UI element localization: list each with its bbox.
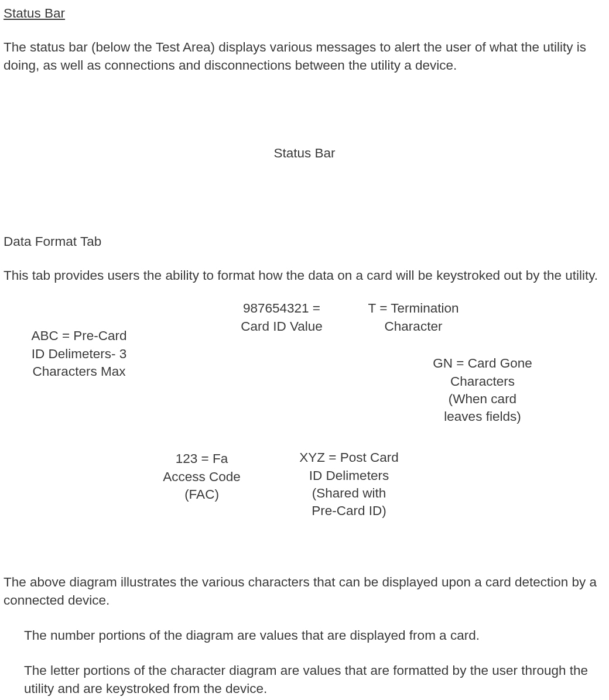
- callout-line: Characters Max: [20, 363, 138, 380]
- callout-line: (Shared with: [290, 485, 408, 502]
- callout-post-card-id-delimiters: XYZ = Post Card ID Delimeters (Shared wi…: [290, 449, 408, 520]
- callout-line: (When card: [424, 390, 541, 408]
- callout-line: Pre-Card ID): [290, 502, 408, 520]
- callout-line: Characters: [424, 373, 541, 390]
- callout-facility-access-code: 123 = Fa Access Code (FAC): [159, 450, 244, 503]
- callout-line: 123 = Fa: [159, 450, 244, 468]
- diagram-explanation: The above diagram illustrates the variou…: [4, 574, 605, 609]
- callout-line: XYZ = Post Card: [290, 449, 408, 466]
- callout-line: 987654321 =: [229, 300, 334, 317]
- callout-line: Card ID Value: [229, 318, 334, 335]
- status-bar-center-label: Status Bar: [4, 145, 605, 162]
- character-diagram: ABC = Pre-Card ID Delimeters- 3 Characte…: [4, 301, 605, 553]
- callout-card-id-value: 987654321 = Card ID Value: [229, 300, 334, 335]
- callout-line: ID Delimeters- 3: [20, 345, 138, 363]
- data-format-description: This tab provides users the ability to f…: [4, 267, 605, 284]
- callout-termination-character: T = Termination Character: [361, 300, 466, 335]
- callout-card-gone-characters: GN = Card Gone Characters (When card lea…: [424, 355, 541, 426]
- callout-pre-card-id-delimiters: ABC = Pre-Card ID Delimeters- 3 Characte…: [20, 327, 138, 380]
- status-bar-heading: Status Bar: [4, 5, 605, 22]
- callout-line: GN = Card Gone: [424, 355, 541, 372]
- callout-line: T = Termination: [361, 300, 466, 317]
- letter-portions-note: The letter portions of the character dia…: [24, 662, 605, 698]
- data-format-heading: Data Format Tab: [4, 233, 605, 251]
- number-portions-note: The number portions of the diagram are v…: [24, 627, 605, 644]
- callout-line: ID Delimeters: [290, 467, 408, 485]
- status-bar-description: The status bar (below the Test Area) dis…: [4, 39, 605, 74]
- callout-line: (FAC): [159, 486, 244, 503]
- callout-line: Access Code: [159, 468, 244, 486]
- callout-line: ABC = Pre-Card: [20, 327, 138, 345]
- callout-line: leaves fields): [424, 408, 541, 426]
- callout-line: Character: [361, 318, 466, 335]
